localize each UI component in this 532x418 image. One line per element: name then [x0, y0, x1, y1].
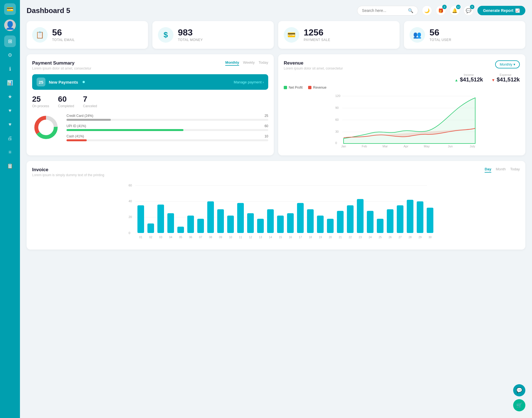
payment-stats: 25 On process 60 Completed 7 Canceled: [32, 95, 268, 108]
invoice-chart-svg: 60 40 20 0 01020304050607080910111213141…: [32, 181, 520, 242]
tab-weekly[interactable]: Weekly: [243, 60, 255, 66]
invoice-bar: [407, 200, 413, 233]
invoice-bar: [357, 199, 364, 233]
expense-arrow-icon: ▼: [491, 78, 495, 82]
new-payments-count: 25: [37, 78, 45, 86]
gift-button[interactable]: 🎁 2: [436, 6, 446, 16]
svg-text:120: 120: [335, 94, 340, 98]
svg-text:60: 60: [129, 184, 132, 187]
payment-bottom: Credit Card (24%) 25 UPI ID (41%) 60: [32, 114, 268, 141]
stats-row: 📋 56 TOTAL EMAIL $ 983 TOTAL MONEY 💳 125…: [27, 21, 525, 49]
invoice-x-label: 17: [299, 236, 302, 239]
revenue-label: Revenue: [313, 86, 326, 89]
tab-today[interactable]: Today: [259, 60, 268, 66]
sidebar-item-doc[interactable]: 📋: [4, 160, 16, 172]
invoice-bar: [157, 204, 164, 233]
svg-text:60: 60: [335, 118, 339, 121]
income-value: ▲ $41,512k: [454, 76, 483, 83]
invoice-x-label: 14: [269, 236, 272, 239]
notification-button[interactable]: 🔔 12: [450, 6, 460, 16]
inv-tab-day[interactable]: Day: [485, 167, 491, 173]
pay-stat-onprocess: 25 On process: [32, 95, 49, 108]
invoice-bar: [417, 201, 423, 233]
tab-monthly[interactable]: Monthly: [225, 60, 239, 66]
invoice-bar: [227, 216, 234, 233]
invoice-x-label: 20: [329, 236, 332, 239]
completed-label: Completed: [58, 104, 74, 108]
cash-label: Cash (41%): [66, 134, 84, 138]
chart-icon: 📈: [515, 8, 520, 13]
invoice-bar-chart: 60 40 20 0 01020304050607080910111213141…: [32, 181, 520, 243]
sidebar-item-star[interactable]: ★: [4, 91, 16, 102]
payment-summary-card: Payment Summary Lorem ipsum dolor sit am…: [27, 54, 274, 155]
total-payment-label: PAYMENT SALE: [304, 38, 330, 42]
invoice-bar: [167, 213, 174, 233]
total-money-label: TOTAL MONEY: [178, 38, 203, 42]
fab-area: 💬 🛒: [513, 384, 525, 411]
user-icon: 👥: [410, 27, 425, 43]
invoice-bar: [257, 219, 264, 233]
canceled-label: Canceled: [83, 104, 97, 108]
sidebar-item-settings[interactable]: ⚙: [4, 49, 16, 61]
chevron-down-icon: ▾: [513, 62, 515, 66]
invoice-bar: [137, 205, 144, 233]
sidebar-item-dashboard[interactable]: ⊞: [4, 35, 16, 47]
search-input[interactable]: [362, 8, 406, 13]
svg-point-3: [39, 120, 53, 135]
invoice-header: Invoice Lorem ipsum is simply dummy text…: [32, 167, 520, 177]
invoice-x-label: 02: [149, 236, 152, 239]
inv-tab-month[interactable]: Month: [496, 167, 506, 173]
invoice-x-label: 18: [309, 236, 312, 239]
stat-info-user: 56 TOTAL USER: [429, 28, 451, 42]
payment-summary-title: Payment Summary: [32, 60, 91, 66]
invoice-x-label: 22: [349, 236, 352, 239]
fab-chat[interactable]: 💬: [513, 384, 525, 396]
info-icon: ℹ: [9, 66, 11, 72]
generate-report-button[interactable]: Generate Report 📈: [477, 6, 525, 15]
main-content: Dashboard 5 🔍 🌙 🎁 2 🔔 12 💬 5 Gen: [20, 0, 532, 418]
search-box[interactable]: 🔍: [357, 6, 418, 16]
email-icon: 📋: [32, 27, 48, 43]
onprocess-number: 25: [32, 95, 49, 104]
sidebar-item-info[interactable]: ℹ: [4, 63, 16, 75]
invoice-x-label: 19: [319, 236, 322, 239]
gift-badge: 2: [442, 5, 447, 9]
pay-stat-completed: 60 Completed: [58, 95, 74, 108]
dot-indicator: [83, 81, 85, 83]
user-avatar[interactable]: 👤: [4, 19, 16, 31]
bar-upi: UPI ID (41%) 60: [66, 124, 268, 131]
invoice-bar: [247, 213, 254, 233]
sidebar-item-favorites[interactable]: ♥: [4, 105, 16, 116]
sidebar-item-analytics[interactable]: 📊: [4, 77, 16, 89]
total-payment-number: 1256: [304, 28, 330, 37]
cash-value: 10: [265, 134, 268, 138]
manage-payment-link[interactable]: Manage payment ›: [234, 80, 264, 84]
fab-cart[interactable]: 🛒: [513, 399, 525, 411]
cash-track: [66, 139, 268, 141]
sidebar-item-list[interactable]: ≡: [4, 146, 16, 158]
invoice-title: Invoice: [32, 167, 104, 173]
sidebar-item-print[interactable]: 🖨: [4, 132, 16, 144]
revenue-subtitle: Lorem ipsum dolor sit amet, consectetur: [284, 66, 343, 70]
theme-toggle-button[interactable]: 🌙: [422, 6, 432, 16]
bar-creditcard: Credit Card (24%) 25: [66, 114, 268, 121]
invoice-x-label: 11: [239, 236, 242, 239]
message-button[interactable]: 💬 5: [464, 6, 474, 16]
invoice-x-label: 23: [359, 236, 362, 239]
inv-tab-today[interactable]: Today: [510, 167, 520, 173]
payment-icon: 💳: [284, 27, 299, 43]
bar-cash: Cash (41%) 10: [66, 134, 268, 141]
revenue-monthly-dropdown[interactable]: Monthly ▾: [495, 60, 520, 68]
stat-info-payment: 1256 PAYMENT SALE: [304, 28, 330, 42]
invoice-x-label: 28: [408, 236, 412, 239]
svg-text:Apr: Apr: [403, 145, 408, 148]
sidebar-logo[interactable]: 💳: [4, 3, 16, 15]
invoice-bar: [217, 209, 224, 233]
svg-text:July: July: [470, 145, 475, 148]
creditcard-track: [66, 119, 268, 121]
sidebar-item-likes[interactable]: ♥: [4, 119, 16, 130]
stat-info-email: 56 TOTAL EMAIL: [52, 28, 75, 42]
invoice-bar: [327, 219, 334, 233]
expense-value: ▼ $41,512k: [491, 76, 520, 83]
donut-chart: [32, 114, 60, 141]
